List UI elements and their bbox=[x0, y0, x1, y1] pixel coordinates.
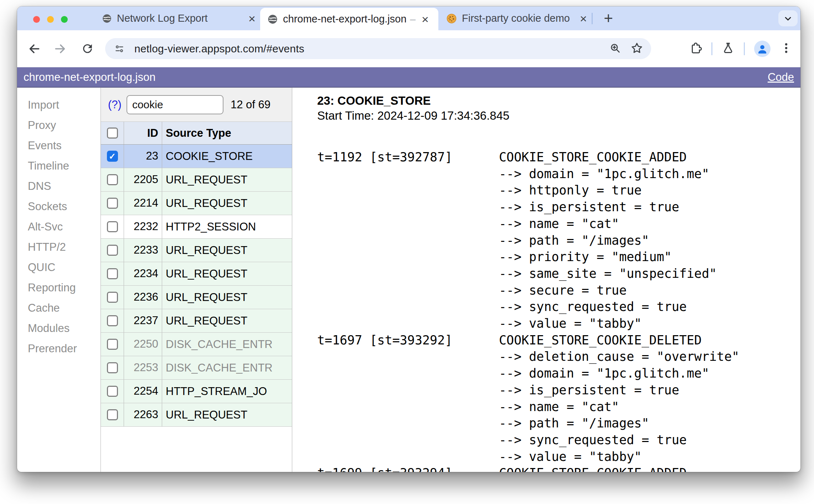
site-settings-icon[interactable] bbox=[114, 43, 125, 54]
row-checkbox[interactable] bbox=[107, 174, 118, 185]
filter-input[interactable] bbox=[127, 95, 223, 114]
sidebar-item[interactable]: Modules bbox=[17, 318, 101, 338]
log-text: --> domain = "1pc.glitch.me" bbox=[499, 366, 709, 380]
sidebar-item[interactable]: Sockets bbox=[17, 196, 101, 217]
log-line: --> priority = "medium" bbox=[317, 249, 800, 265]
sidebar-item[interactable]: Alt-Svc bbox=[17, 217, 101, 237]
row-source-type: HTTP_STREAM_JO bbox=[162, 385, 292, 398]
row-id: 2234 bbox=[124, 262, 162, 285]
sidebar-item[interactable]: Reporting bbox=[17, 277, 101, 298]
log-line: --> is_persistent = true bbox=[317, 199, 800, 215]
tab-network-log-export[interactable]: Network Log Export × bbox=[102, 6, 258, 30]
table-row[interactable]: 2214 URL_REQUEST bbox=[101, 192, 292, 215]
log-line: t=1192 [st=392787]COOKIE_STORE_COOKIE_AD… bbox=[317, 149, 800, 166]
table-row[interactable]: 2233 URL_REQUEST bbox=[101, 239, 292, 262]
log-line: --> name = "cat" bbox=[317, 399, 800, 415]
bookmark-button[interactable] bbox=[630, 42, 643, 56]
reload-icon bbox=[81, 42, 94, 55]
column-header-id[interactable]: ID bbox=[124, 122, 162, 144]
row-source-type: URL_REQUEST bbox=[162, 173, 292, 186]
extensions-button[interactable] bbox=[689, 42, 702, 56]
new-tab-button[interactable]: + bbox=[599, 9, 618, 28]
select-all-checkbox[interactable] bbox=[107, 128, 118, 139]
table-row[interactable]: 2254 HTTP_STREAM_JO bbox=[101, 380, 292, 403]
row-checkbox[interactable] bbox=[107, 315, 118, 326]
experiments-button[interactable] bbox=[722, 42, 735, 56]
profile-button[interactable] bbox=[754, 41, 771, 57]
forward-button[interactable] bbox=[53, 42, 67, 56]
sidebar-item[interactable]: DNS bbox=[17, 176, 101, 196]
table-row[interactable]: 23 COOKIE_STORE bbox=[101, 145, 292, 168]
table-row[interactable]: 2232 HTTP2_SESSION bbox=[101, 215, 292, 239]
tab-first-party-cookie-demo[interactable]: First-party cookie demo × bbox=[446, 6, 589, 30]
row-checkbox[interactable] bbox=[107, 409, 118, 420]
table-row[interactable]: 2263 URL_REQUEST bbox=[101, 403, 292, 427]
row-checkbox[interactable] bbox=[107, 386, 118, 397]
sidebar-item[interactable]: QUIC bbox=[17, 257, 101, 277]
row-id: 2263 bbox=[124, 403, 162, 426]
code-link[interactable]: Code bbox=[768, 71, 794, 84]
filter-help-link[interactable]: (?) bbox=[108, 98, 122, 111]
tab-close-icon[interactable]: × bbox=[419, 14, 431, 25]
sidebar-item[interactable]: Proxy bbox=[17, 115, 101, 135]
detail-title: 23: COOKIE_STORE bbox=[317, 93, 800, 108]
sidebar-item[interactable]: Prerender bbox=[17, 338, 101, 359]
minimize-window-button[interactable] bbox=[47, 16, 54, 23]
log-text: --> path = "/images" bbox=[499, 416, 649, 430]
column-header-source-type[interactable]: Source Type bbox=[162, 127, 292, 140]
row-checkbox[interactable] bbox=[107, 198, 118, 209]
row-source-type: URL_REQUEST bbox=[162, 244, 292, 257]
row-checkbox[interactable] bbox=[107, 339, 118, 350]
url-text[interactable]: netlog-viewer.appspot.com/#events bbox=[134, 43, 304, 55]
sidebar-item[interactable]: HTTP/2 bbox=[17, 237, 101, 257]
row-checkbox[interactable] bbox=[107, 292, 118, 303]
log-text: --> domain = "1pc.glitch.me" bbox=[499, 167, 709, 181]
row-id: 2205 bbox=[124, 168, 162, 191]
table-row[interactable]: 2205 URL_REQUEST bbox=[101, 168, 292, 192]
close-window-button[interactable] bbox=[33, 16, 40, 23]
reload-button[interactable] bbox=[80, 42, 94, 56]
puzzle-icon bbox=[689, 42, 702, 54]
three-dot-menu-icon bbox=[780, 42, 793, 54]
log-text: --> is_persistent = true bbox=[499, 383, 679, 397]
browser-menu-button[interactable] bbox=[780, 42, 793, 56]
netlog-content: Import Proxy Events Timeline DNS Sockets… bbox=[17, 88, 800, 472]
row-checkbox[interactable] bbox=[107, 245, 118, 256]
sidebar-nav: Import Proxy Events Timeline DNS Sockets… bbox=[17, 88, 101, 472]
row-checkbox[interactable] bbox=[107, 362, 118, 373]
table-row[interactable]: 2253 DISK_CACHE_ENTR bbox=[101, 356, 292, 380]
zoom-in-button[interactable] bbox=[609, 42, 621, 56]
zoom-window-button[interactable] bbox=[61, 16, 68, 23]
log-line: --> name = "cat" bbox=[317, 215, 800, 232]
table-row[interactable]: 2234 URL_REQUEST bbox=[101, 262, 292, 286]
table-row[interactable]: 2250 DISK_CACHE_ENTR bbox=[101, 333, 292, 356]
row-checkbox[interactable] bbox=[107, 268, 118, 279]
log-line: --> is_persistent = true bbox=[317, 382, 800, 399]
log-line: --> value = "tabby" bbox=[317, 448, 800, 465]
row-id: 2214 bbox=[124, 192, 162, 215]
table-row[interactable]: 2237 URL_REQUEST bbox=[101, 309, 292, 333]
tab-close-icon[interactable]: × bbox=[246, 13, 258, 24]
sidebar-item[interactable]: Events bbox=[17, 135, 101, 156]
log-text: --> name = "cat" bbox=[499, 400, 619, 414]
window-controls bbox=[33, 16, 68, 23]
sidebar-item[interactable]: Import bbox=[17, 95, 101, 115]
sidebar-item[interactable]: Timeline bbox=[17, 156, 101, 176]
detail-start-time: Start Time: 2024-12-09 17:34:36.845 bbox=[317, 108, 800, 123]
sidebar-item[interactable]: Cache bbox=[17, 298, 101, 318]
log-timestamp: t=1697 [st=393292] bbox=[317, 332, 499, 349]
tab-search-button[interactable] bbox=[778, 10, 798, 26]
back-button[interactable] bbox=[27, 42, 41, 56]
row-source-type: COOKIE_STORE bbox=[162, 150, 292, 163]
row-checkbox[interactable] bbox=[107, 221, 118, 232]
address-bar[interactable]: netlog-viewer.appspot.com/#events bbox=[105, 38, 651, 59]
row-checkbox[interactable] bbox=[107, 151, 118, 162]
tab-close-icon[interactable]: × bbox=[577, 13, 589, 24]
log-timestamp: t=1699 [st=393294] bbox=[317, 465, 499, 472]
table-row[interactable]: 2236 URL_REQUEST bbox=[101, 286, 292, 309]
events-table-rows: 23 COOKIE_STORE 2205 URL_REQUEST 2214 bbox=[101, 145, 292, 427]
log-line: --> value = "tabby" bbox=[317, 315, 800, 332]
browser-window: Network Log Export × chrome-net-export-l… bbox=[17, 6, 800, 472]
tab-netlog-viewer-active[interactable]: chrome-net-export-log.json – × bbox=[260, 8, 438, 30]
star-icon bbox=[630, 42, 643, 54]
